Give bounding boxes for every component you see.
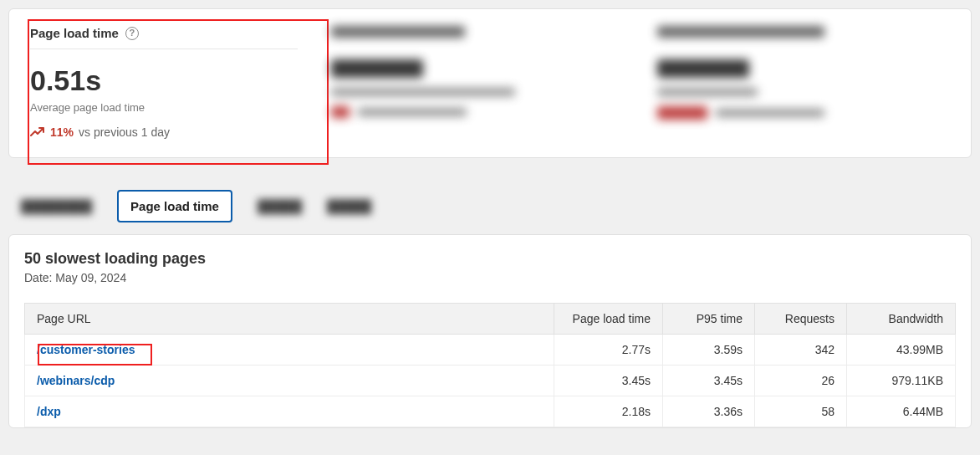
col-header-url[interactable]: Page URL	[25, 304, 554, 335]
slowest-pages-panel: 50 slowest loading pages Date: May 09, 2…	[8, 234, 972, 428]
panel-title: 50 slowest loading pages	[24, 250, 956, 268]
col-header-req[interactable]: Requests	[755, 304, 847, 335]
cell-bw: 979.11KB	[847, 366, 956, 396]
metric-title: Page load time	[30, 26, 119, 40]
metric-delta-pct: 11%	[50, 125, 74, 139]
summary-card-row: Page load time ? 0.51s Average page load…	[8, 8, 972, 158]
table-row: /webinars/cdp 3.45s 3.45s 26 979.11KB	[25, 366, 956, 396]
col-header-bw[interactable]: Bandwidth	[847, 304, 956, 335]
tabs: ████████ Page load time █████ █████	[8, 190, 972, 222]
cell-url: /dxp	[25, 396, 554, 427]
cell-url: /webinars/cdp	[25, 366, 554, 396]
cell-bw: 43.99MB	[847, 335, 956, 366]
table-row: /customer-stories 2.77s 3.59s 342 43.99M…	[25, 335, 956, 366]
cell-url: /customer-stories	[25, 335, 554, 366]
cell-plt: 2.18s	[554, 396, 663, 427]
cell-plt: 2.77s	[554, 335, 663, 366]
cell-p95: 3.45s	[663, 366, 755, 396]
col-header-p95[interactable]: P95 time	[663, 304, 755, 335]
metric-header: Page load time ?	[30, 26, 298, 49]
cell-req: 342	[755, 335, 847, 366]
table-row: /dxp 2.18s 3.36s 58 6.44MB	[25, 396, 956, 427]
cell-plt: 3.45s	[554, 366, 663, 396]
help-icon[interactable]: ?	[125, 27, 139, 40]
metric-page-load-time: Page load time ? 0.51s Average page load…	[30, 26, 298, 139]
cell-req: 58	[755, 396, 847, 427]
panel-date: Date: May 09, 2024	[24, 271, 956, 284]
page-url-link[interactable]: /dxp	[37, 405, 61, 418]
cell-bw: 6.44MB	[847, 396, 956, 427]
page-url-link[interactable]: /customer-stories	[37, 343, 135, 356]
trend-up-icon	[30, 126, 45, 138]
tab-blurred: █████	[258, 199, 302, 213]
page-url-link[interactable]: /webinars/cdp	[37, 374, 115, 387]
metric-value: 0.51s	[30, 66, 298, 95]
metric-delta: 11% vs previous 1 day	[30, 125, 298, 139]
metric-delta-compare: vs previous 1 day	[79, 125, 170, 139]
tab-page-load-time[interactable]: Page load time	[117, 190, 232, 222]
tab-blurred: ████████	[21, 199, 92, 213]
blurred-metrics	[331, 26, 950, 139]
col-header-plt[interactable]: Page load time	[554, 304, 663, 335]
cell-p95: 3.59s	[663, 335, 755, 366]
cell-p95: 3.36s	[663, 396, 755, 427]
cell-req: 26	[755, 366, 847, 396]
slowest-pages-table: Page URL Page load time P95 time Request…	[24, 303, 956, 427]
tab-blurred: █████	[327, 199, 371, 213]
metric-subtitle: Average page load time	[30, 101, 298, 114]
table-header-row: Page URL Page load time P95 time Request…	[25, 304, 956, 335]
